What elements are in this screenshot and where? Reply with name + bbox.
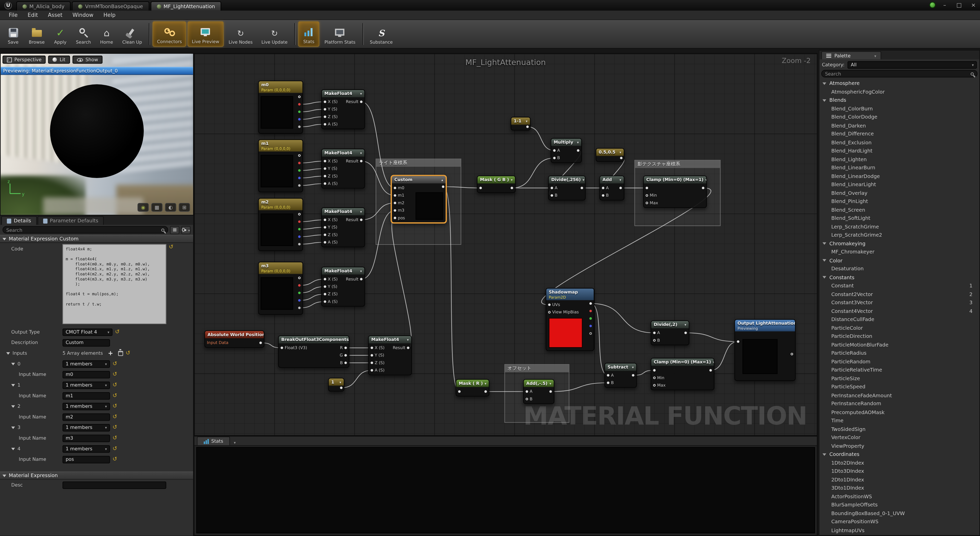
toolbar-save-button[interactable]: Save: [3, 21, 24, 47]
section-material-expression[interactable]: Material Expression: [0, 471, 193, 480]
toolbar-search-button[interactable]: Search: [72, 21, 95, 47]
palette-item-boundingboxbased-0-1-uvw[interactable]: BoundingBoxBased_0-1_UVW: [819, 509, 980, 518]
collapse-icon[interactable]: ▾: [583, 178, 584, 182]
node-makefloat4-pos[interactable]: MakeFloat4▾X (S)ResultY (S)Z (S)A (S): [368, 335, 412, 375]
members-dropdown[interactable]: 1 members▾: [62, 445, 110, 452]
members-dropdown[interactable]: 1 members▾: [62, 360, 110, 368]
toolbar-stats-button[interactable]: Stats: [298, 21, 319, 47]
reset-to-default-icon[interactable]: ↺: [113, 446, 117, 452]
input-pin[interactable]: [553, 149, 555, 152]
palette-item-blend-difference[interactable]: Blend_Difference: [819, 130, 980, 138]
node-output[interactable]: Output LightAttenuationPreviewing: [735, 319, 796, 381]
description-field[interactable]: Custom: [62, 339, 110, 346]
palette-group-blends[interactable]: Blends: [819, 96, 980, 105]
palette-group-chromakeying[interactable]: Chromakeying: [819, 239, 980, 248]
output-pin[interactable]: [298, 162, 301, 164]
palette-item-distancecullfade[interactable]: DistanceCullFade: [819, 316, 980, 324]
realtime-toggle-icon[interactable]: ◉: [138, 203, 149, 212]
wire[interactable]: [590, 303, 654, 333]
toolbar-substance-button[interactable]: Substance: [366, 21, 396, 47]
toolbar-clean-up-button[interactable]: Clean Up: [118, 21, 146, 47]
palette-item-blend-colorburn[interactable]: Blend_ColorBurn: [819, 105, 980, 113]
editor-tab-m-alicia-body[interactable]: M_Alicia_body: [16, 1, 71, 11]
palette-item-blursampleoffsets[interactable]: BlurSampleOffsets: [819, 501, 980, 509]
toolbar-live-preview-button[interactable]: Live Preview: [188, 21, 224, 47]
input-pin[interactable]: [526, 398, 528, 400]
wire[interactable]: [341, 370, 372, 388]
toolbar-browse-button[interactable]: Browse: [25, 21, 48, 47]
close-button[interactable]: ×: [968, 0, 979, 9]
palette-item-constant[interactable]: Constant1: [819, 282, 980, 290]
output-pin[interactable]: [360, 219, 363, 221]
input-pin[interactable]: [324, 233, 326, 236]
node-m2[interactable]: m2Param (0,0,0,0): [258, 198, 303, 251]
output-pin[interactable]: [259, 342, 262, 344]
palette-item-viewproperty[interactable]: ViewProperty: [819, 442, 980, 450]
output-pin[interactable]: [298, 103, 301, 106]
viewport-perspective-button[interactable]: Perspective: [3, 56, 46, 64]
node-const-1[interactable]: 1▾: [328, 378, 345, 392]
node-const-1-1[interactable]: 1-1▾: [511, 117, 531, 130]
node-custom[interactable]: Custom▴m0m1m2m3pos: [391, 176, 446, 223]
node-divide-2[interactable]: Divide(,2)▾AB: [651, 320, 689, 345]
palette-item-blend-lighten[interactable]: Blend_Lighten: [819, 155, 980, 164]
preview-viewport[interactable]: PerspectiveLitShow Previewing: MaterialE…: [0, 53, 194, 216]
output-pin[interactable]: [619, 187, 622, 189]
palette-item-1dto3dindex[interactable]: 1Dto3DIndex: [819, 467, 980, 476]
node-multiply[interactable]: Multiply▾AB: [551, 138, 582, 163]
palette-item-perinstancerandom[interactable]: PerInstanceRandom: [819, 400, 980, 408]
output-pin[interactable]: [791, 353, 793, 355]
node-m1[interactable]: m1Param (0,0,0,0): [258, 139, 303, 192]
expander-icon[interactable]: [11, 384, 15, 386]
palette-item-blend-pinlight[interactable]: Blend_PinLight: [819, 197, 980, 206]
node-makefloat4-3[interactable]: MakeFloat4▾X (S)ResultY (S)Z (S)A (S): [321, 207, 365, 247]
tessellation-toggle-icon[interactable]: ⊞: [179, 203, 190, 212]
code-editor[interactable]: float4x4 m; m = float4x4( float4(m0.x, m…: [62, 244, 166, 324]
palette-item-particlesize[interactable]: ParticleSize: [819, 374, 980, 383]
node-makefloat4-1[interactable]: MakeFloat4▾X (S)ResultY (S)Z (S)A (S): [321, 89, 365, 129]
palette-search-input[interactable]: Search: [821, 70, 977, 77]
output-pin[interactable]: [442, 186, 444, 188]
section-material-expression-custom[interactable]: Material Expression Custom: [0, 235, 193, 243]
tab-stats[interactable]: Stats: [197, 436, 230, 445]
input-pin[interactable]: [653, 377, 655, 379]
collapse-icon[interactable]: ▾: [713, 360, 714, 364]
palette-item-constant3vector[interactable]: Constant3Vector3: [819, 298, 980, 307]
output-pin[interactable]: [298, 184, 301, 187]
output-pin[interactable]: [298, 169, 301, 172]
view-options-button[interactable]: ▾: [181, 226, 191, 234]
output-pin[interactable]: [298, 220, 301, 223]
input-pin[interactable]: [324, 175, 326, 178]
input-pin[interactable]: [653, 384, 655, 387]
input-pin[interactable]: [551, 194, 553, 197]
members-dropdown[interactable]: 1 members▾: [62, 424, 110, 431]
input-pin[interactable]: [646, 194, 648, 197]
palette-item-atmosphericfogcolor[interactable]: AtmosphericFogColor: [819, 88, 980, 96]
property-matrix-button[interactable]: ▦: [170, 226, 180, 234]
input-pin[interactable]: [394, 217, 396, 219]
palette-item-lightmapuvs[interactable]: LightmapUVs: [819, 526, 980, 534]
input-pin[interactable]: [371, 369, 373, 371]
palette-item-blend-softlight[interactable]: Blend_SoftLight: [819, 214, 980, 223]
collapse-icon[interactable]: ▾: [360, 269, 362, 273]
input-pin[interactable]: [602, 194, 605, 197]
collapse-icon[interactable]: ▾: [684, 323, 686, 327]
node-breakout[interactable]: BreakOutFloat3Components▾Float3 (V3)RGB: [278, 335, 349, 368]
output-pin[interactable]: [298, 306, 301, 309]
viewport-show-button[interactable]: Show: [72, 56, 102, 64]
palette-group-constants[interactable]: Constants: [819, 273, 980, 282]
desc-field[interactable]: [62, 481, 166, 488]
reset-to-default-icon[interactable]: ↺: [113, 457, 117, 462]
node-worldpos[interactable]: Absolute World PositionInput Data: [204, 330, 264, 348]
output-pin[interactable]: [710, 369, 712, 371]
input-pin[interactable]: [281, 347, 283, 349]
category-dropdown[interactable]: All▾: [848, 61, 977, 68]
palette-item-blend-colordodge[interactable]: Blend_ColorDodge: [819, 113, 980, 121]
palette-item-1dto2dindex[interactable]: 1Dto2DIndex: [819, 459, 980, 467]
input-pin[interactable]: [324, 182, 326, 185]
input-pin[interactable]: [324, 108, 326, 111]
delete-elements-icon[interactable]: [118, 350, 123, 356]
input-pin[interactable]: [394, 209, 396, 212]
input-pin[interactable]: [551, 187, 553, 189]
output-pin[interactable]: [589, 332, 592, 335]
